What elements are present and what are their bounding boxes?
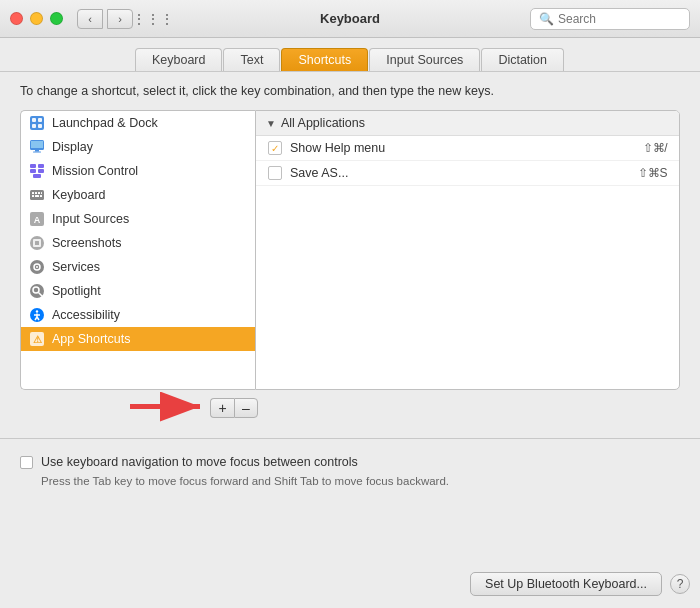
- svg-rect-26: [35, 241, 39, 245]
- sidebar-item-launchpad[interactable]: Launchpad & Dock: [21, 111, 255, 135]
- sidebar-label-input: Input Sources: [52, 212, 129, 226]
- svg-point-34: [36, 310, 38, 312]
- svg-rect-12: [38, 169, 44, 173]
- checkbox-area-show-help: ✓: [268, 141, 290, 155]
- close-button[interactable]: [10, 12, 23, 25]
- add-button[interactable]: +: [210, 398, 234, 418]
- sidebar-label-appshortcuts: App Shortcuts: [52, 332, 131, 346]
- titlebar: ‹ › ⋮⋮⋮ Keyboard 🔍: [0, 0, 700, 38]
- sidebar-item-services[interactable]: Services: [21, 255, 255, 279]
- search-icon: 🔍: [539, 12, 554, 26]
- svg-text:A: A: [34, 215, 41, 225]
- chevron-icon: ▼: [266, 118, 276, 129]
- svg-rect-20: [35, 195, 39, 197]
- add-remove-row: + –: [20, 390, 680, 426]
- tab-text[interactable]: Text: [223, 48, 280, 71]
- svg-rect-2: [38, 118, 42, 122]
- svg-rect-3: [32, 124, 36, 128]
- nav-buttons: ‹ ›: [77, 9, 133, 29]
- keyboard-nav-label: Use keyboard navigation to move focus be…: [41, 455, 358, 469]
- sidebar-label-screenshots: Screenshots: [52, 236, 121, 250]
- red-arrow: [130, 391, 210, 423]
- svg-rect-1: [32, 118, 36, 122]
- sidebar-label-keyboard: Keyboard: [52, 188, 106, 202]
- appshortcuts-icon: ⚠: [29, 331, 45, 347]
- arrow-container: [130, 391, 210, 426]
- sidebar-label-mission: Mission Control: [52, 164, 138, 178]
- svg-rect-15: [32, 192, 34, 194]
- sidebar-label-display: Display: [52, 140, 93, 154]
- remove-button[interactable]: –: [234, 398, 258, 418]
- checkbox-show-help[interactable]: ✓: [268, 141, 282, 155]
- svg-rect-21: [40, 195, 42, 197]
- svg-rect-7: [35, 150, 39, 152]
- maximize-button[interactable]: [50, 12, 63, 25]
- svg-rect-10: [38, 164, 44, 168]
- svg-rect-16: [35, 192, 37, 194]
- forward-button[interactable]: ›: [107, 9, 133, 29]
- sidebar-label-launchpad: Launchpad & Dock: [52, 116, 158, 130]
- services-icon: [29, 259, 45, 275]
- sidebar-item-keyboard[interactable]: Keyboard: [21, 183, 255, 207]
- svg-rect-11: [30, 169, 36, 173]
- back-button[interactable]: ‹: [77, 9, 103, 29]
- footer: Set Up Bluetooth Keyboard... ?: [470, 572, 690, 596]
- sidebar-label-spotlight: Spotlight: [52, 284, 101, 298]
- shortcut-name-save-as: Save AS...: [290, 166, 638, 180]
- svg-rect-0: [30, 116, 44, 130]
- sidebar-item-display[interactable]: Display: [21, 135, 255, 159]
- sidebar-item-input[interactable]: A Input Sources: [21, 207, 255, 231]
- svg-rect-19: [32, 195, 34, 197]
- svg-rect-4: [38, 124, 42, 128]
- checkbox-save-as[interactable]: [268, 166, 282, 180]
- svg-rect-6: [31, 141, 43, 148]
- tabs-container: Keyboard Text Shortcuts Input Sources Di…: [0, 38, 700, 72]
- search-input[interactable]: [558, 12, 681, 26]
- launchpad-icon: [29, 115, 45, 131]
- app-grid-button[interactable]: ⋮⋮⋮: [141, 9, 165, 29]
- traffic-lights: [10, 12, 63, 25]
- window-title: Keyboard: [320, 11, 380, 26]
- checkbox-area-save-as: [268, 166, 290, 180]
- sidebar: Launchpad & Dock Display Mission Control: [20, 110, 255, 390]
- screenshots-icon: [29, 235, 45, 251]
- sidebar-item-mission[interactable]: Mission Control: [21, 159, 255, 183]
- shortcut-row-show-help[interactable]: ✓ Show Help menu ⇧⌘/: [256, 136, 679, 161]
- mission-icon: [29, 163, 45, 179]
- tab-input-sources[interactable]: Input Sources: [369, 48, 480, 71]
- input-icon: A: [29, 211, 45, 227]
- minimize-button[interactable]: [30, 12, 43, 25]
- keyboard-nav-hint: Press the Tab key to move focus forward …: [41, 475, 680, 487]
- sidebar-label-accessibility: Accessibility: [52, 308, 120, 322]
- shortcut-keys-show-help: ⇧⌘/: [643, 141, 667, 155]
- svg-text:⚠: ⚠: [33, 334, 42, 345]
- bluetooth-button[interactable]: Set Up Bluetooth Keyboard...: [470, 572, 662, 596]
- shortcut-row-save-as[interactable]: Save AS... ⇧⌘S: [256, 161, 679, 186]
- panels: Launchpad & Dock Display Mission Control: [20, 110, 680, 390]
- accessibility-icon: [29, 307, 45, 323]
- keyboard-nav-checkbox[interactable]: [20, 456, 33, 469]
- svg-rect-9: [30, 164, 36, 168]
- display-icon: [29, 139, 45, 155]
- sidebar-item-screenshots[interactable]: Screenshots: [21, 231, 255, 255]
- help-button[interactable]: ?: [670, 574, 690, 594]
- sidebar-item-appshortcuts[interactable]: ⚠ App Shortcuts: [21, 327, 255, 351]
- search-box[interactable]: 🔍: [530, 8, 690, 30]
- sidebar-item-spotlight[interactable]: Spotlight: [21, 279, 255, 303]
- tab-keyboard[interactable]: Keyboard: [135, 48, 223, 71]
- keyboard-icon: [29, 187, 45, 203]
- bottom-section: Use keyboard navigation to move focus be…: [0, 439, 700, 499]
- tab-shortcuts[interactable]: Shortcuts: [281, 48, 368, 71]
- shortcut-name-show-help: Show Help menu: [290, 141, 643, 155]
- svg-rect-17: [38, 192, 40, 194]
- spotlight-icon: [29, 283, 45, 299]
- main-content: To change a shortcut, select it, click t…: [0, 72, 700, 438]
- shortcut-keys-save-as: ⇧⌘S: [638, 166, 667, 180]
- shortcut-panel: ▼ All Applications ✓ Show Help menu ⇧⌘/ …: [255, 110, 680, 390]
- svg-rect-18: [41, 192, 42, 194]
- shortcut-group-header[interactable]: ▼ All Applications: [256, 111, 679, 136]
- svg-rect-13: [33, 174, 41, 178]
- keyboard-nav-checkbox-row: Use keyboard navigation to move focus be…: [20, 455, 680, 469]
- sidebar-item-accessibility[interactable]: Accessibility: [21, 303, 255, 327]
- tab-dictation[interactable]: Dictation: [481, 48, 564, 71]
